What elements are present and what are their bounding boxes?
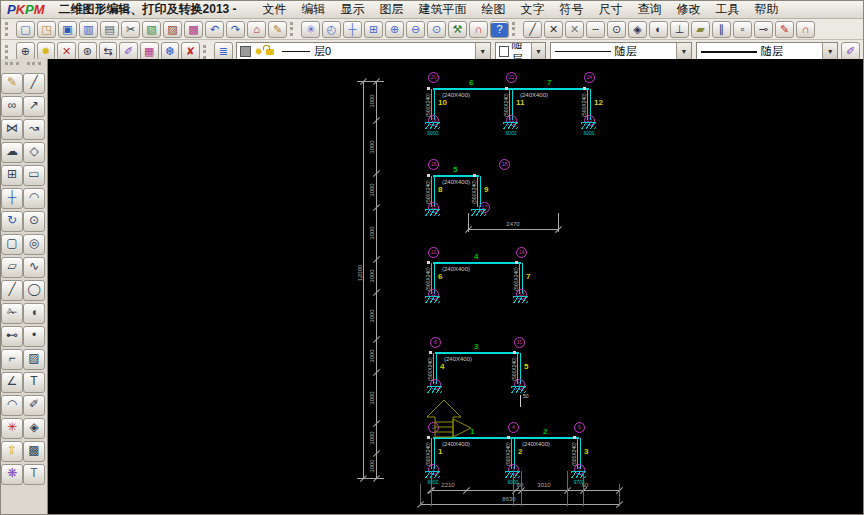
edit-pencil-button[interactable]: ✎ xyxy=(1,73,23,94)
block-button[interactable]: ⌂ xyxy=(247,21,266,38)
osnap-apparent-button[interactable]: ✕ xyxy=(565,21,584,38)
draw-donut-button[interactable]: ◎ xyxy=(23,234,45,255)
palette-button[interactable]: ▩ xyxy=(184,21,203,38)
menu-1[interactable]: 编辑 xyxy=(302,1,326,18)
menu-4[interactable]: 建筑平面 xyxy=(419,1,467,18)
support-symbol[interactable] xyxy=(511,386,526,393)
osnap-node-button[interactable]: ▫ xyxy=(733,21,752,38)
draw-ellipse-button[interactable]: ◯ xyxy=(23,280,45,301)
osnap-perpendicular-button[interactable]: ⊥ xyxy=(670,21,689,38)
zoom-in-button[interactable]: ⊕ xyxy=(385,21,404,38)
toolbar-grip[interactable] xyxy=(290,22,296,36)
menu-2[interactable]: 显示 xyxy=(341,1,365,18)
menu-8[interactable]: 尺寸 xyxy=(599,1,623,18)
raise-storey-button[interactable]: ⇧ xyxy=(1,441,23,462)
text-style-button[interactable]: T xyxy=(23,464,45,485)
node-circle[interactable]: 10 xyxy=(514,337,525,348)
corner-button[interactable]: ⌐ xyxy=(1,349,23,370)
draw-ellipse-arc-button[interactable]: ◖ xyxy=(23,303,45,324)
zoom-out-button[interactable]: ⊖ xyxy=(406,21,425,38)
toolbar-grip[interactable] xyxy=(512,22,518,36)
draw-circle-button[interactable]: ⊙ xyxy=(23,211,45,232)
bottom-dim-ext[interactable] xyxy=(420,484,421,506)
osnap-none-button[interactable]: ✎ xyxy=(775,21,794,38)
menu-6[interactable]: 文字 xyxy=(521,1,545,18)
vdim-line-outer[interactable] xyxy=(363,81,364,478)
redo-button[interactable]: ↷ xyxy=(226,21,245,38)
node-circle[interactable]: 24 xyxy=(584,72,595,83)
trim-button[interactable]: ✁ xyxy=(1,303,23,324)
draw-spline-button[interactable]: ∿ xyxy=(23,257,45,278)
menu-9[interactable]: 查询 xyxy=(638,1,662,18)
undo-button[interactable]: ↶ xyxy=(205,21,224,38)
extend-button[interactable]: ⊷ xyxy=(1,326,23,347)
osnap-center-button[interactable]: ⊙ xyxy=(607,21,626,38)
rotate-button[interactable]: ↻ xyxy=(1,211,23,232)
paste-button[interactable]: ▨ xyxy=(163,21,182,38)
draw-line-button[interactable]: ╱ xyxy=(23,73,45,94)
stretch-button[interactable]: ▱ xyxy=(1,257,23,278)
zoom-window-button[interactable]: ⊞ xyxy=(364,21,383,38)
edit-text-button[interactable]: ✐ xyxy=(23,395,45,416)
node-circle[interactable]: 4 xyxy=(508,422,519,433)
bottom-dim-ext[interactable] xyxy=(521,471,522,506)
drawing-canvas[interactable]: 6(240X400)7(240X400)10(500X240)11(500X24… xyxy=(48,59,863,514)
menu-0[interactable]: 文件 xyxy=(263,1,287,18)
segment-button[interactable]: ╱ xyxy=(1,280,23,301)
menu-10[interactable]: 修改 xyxy=(677,1,701,18)
node-circle[interactable]: 20 xyxy=(428,72,439,83)
match-link-button[interactable]: ∞ xyxy=(1,96,23,117)
osnap-intersection-button[interactable]: ✕ xyxy=(544,21,563,38)
bottom-dim-ext[interactable] xyxy=(583,471,584,506)
bottom-dim-ext[interactable] xyxy=(431,471,432,506)
node-circle[interactable]: 14 xyxy=(516,247,527,258)
bottom-dim-inner-line[interactable] xyxy=(430,490,619,491)
draw-rectangle-button[interactable]: ▭ xyxy=(23,165,45,186)
draw-arc-3pt-button[interactable]: ↝ xyxy=(23,119,45,140)
lineweight-combo-arrow[interactable]: ▼ xyxy=(822,43,837,60)
mid-dim-ext[interactable] xyxy=(558,213,559,232)
support-symbol[interactable] xyxy=(513,296,528,303)
draw-polyline-button[interactable]: ↗ xyxy=(23,96,45,117)
move-button[interactable]: ┼ xyxy=(1,188,23,209)
node-circle[interactable]: 18 xyxy=(499,159,510,170)
vdim-line-inner[interactable] xyxy=(376,81,377,478)
leader-tag-button[interactable]: ◈ xyxy=(23,418,45,439)
menu-5[interactable]: 绘图 xyxy=(482,1,506,18)
elev-marker-line[interactable] xyxy=(520,395,521,407)
array-button[interactable]: ⊞ xyxy=(1,165,23,186)
linetype-combo-arrow[interactable]: ▼ xyxy=(676,43,691,60)
support-symbol[interactable] xyxy=(581,122,596,129)
zoom-previous-button[interactable]: ◴ xyxy=(322,21,341,38)
hatch-edit-button[interactable]: ▩ xyxy=(23,441,45,462)
osnap-quadrant-button[interactable]: ◈ xyxy=(628,21,647,38)
save-file-button[interactable]: ▣ xyxy=(58,21,77,38)
toolbar-grip[interactable] xyxy=(27,62,41,69)
toolbar-grip[interactable] xyxy=(5,22,11,36)
node-circle[interactable]: 8 xyxy=(430,337,441,348)
copy-button[interactable]: ▧ xyxy=(142,21,161,38)
open-file-button[interactable]: ◳ xyxy=(37,21,56,38)
revision-cloud-button[interactable]: ☁ xyxy=(1,142,23,163)
chamfer-button[interactable]: ∠ xyxy=(1,372,23,393)
mid-dim-line[interactable] xyxy=(468,229,558,230)
support-symbol[interactable] xyxy=(503,122,518,129)
save-all-button[interactable]: ▥ xyxy=(79,21,98,38)
tools-button[interactable]: ⚒ xyxy=(448,21,467,38)
node-circle[interactable]: 12 xyxy=(428,247,439,258)
beam-line[interactable] xyxy=(513,437,579,439)
toolbar-grip[interactable] xyxy=(203,45,209,59)
support-symbol[interactable] xyxy=(427,386,442,393)
group-button[interactable]: ❋ xyxy=(1,464,23,485)
beam-line[interactable] xyxy=(433,262,521,264)
draw-polygon-button[interactable]: ◇ xyxy=(23,142,45,163)
toolbar-grip[interactable] xyxy=(5,45,11,59)
mid-dim-ext[interactable] xyxy=(468,213,469,232)
menu-3[interactable]: 图层 xyxy=(380,1,404,18)
mirror-button[interactable]: ⋈ xyxy=(1,119,23,140)
bottom-dim-ext[interactable] xyxy=(619,484,620,506)
node-circle[interactable]: 22 xyxy=(506,72,517,83)
select-window-button[interactable]: ▢ xyxy=(1,234,23,255)
bottom-dim-ext[interactable] xyxy=(567,471,568,506)
draw-hatch-button[interactable]: ▨ xyxy=(23,349,45,370)
